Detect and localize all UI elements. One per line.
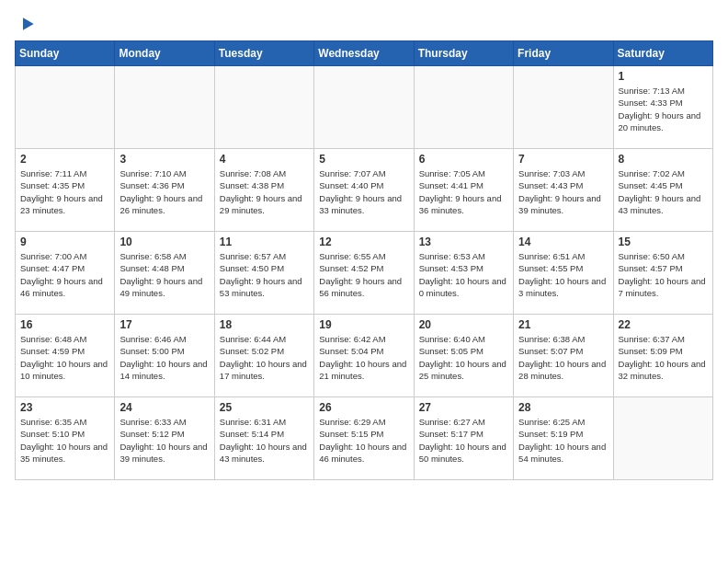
day-number: 21 — [518, 318, 608, 331]
calendar-cell: 17Sunrise: 6:46 AM Sunset: 5:00 PM Dayli… — [115, 315, 214, 397]
day-info: Sunrise: 6:25 AM Sunset: 5:19 PM Dayligh… — [518, 416, 608, 465]
day-number: 16 — [20, 318, 109, 331]
calendar-cell: 24Sunrise: 6:33 AM Sunset: 5:12 PM Dayli… — [115, 397, 214, 480]
calendar-cell: 19Sunrise: 6:42 AM Sunset: 5:04 PM Dayli… — [314, 315, 414, 397]
day-number: 1 — [619, 70, 708, 83]
day-info: Sunrise: 6:53 AM Sunset: 4:53 PM Dayligh… — [419, 250, 508, 299]
day-info: Sunrise: 6:35 AM Sunset: 5:10 PM Dayligh… — [20, 416, 109, 465]
day-info: Sunrise: 7:02 AM Sunset: 4:45 PM Dayligh… — [619, 167, 708, 216]
weekday-header-monday: Monday — [115, 41, 214, 66]
day-number: 15 — [619, 236, 708, 248]
weekday-header-friday: Friday — [514, 41, 613, 66]
week-row-4: 23Sunrise: 6:35 AM Sunset: 5:10 PM Dayli… — [16, 397, 713, 480]
calendar-cell: 27Sunrise: 6:27 AM Sunset: 5:17 PM Dayli… — [414, 397, 513, 480]
day-number: 8 — [619, 153, 708, 166]
day-info: Sunrise: 6:33 AM Sunset: 5:12 PM Dayligh… — [119, 416, 209, 465]
day-info: Sunrise: 6:31 AM Sunset: 5:14 PM Dayligh… — [220, 416, 309, 465]
calendar-cell: 6Sunrise: 7:05 AM Sunset: 4:41 PM Daylig… — [414, 149, 513, 232]
day-info: Sunrise: 6:55 AM Sunset: 4:52 PM Dayligh… — [319, 250, 408, 299]
day-info: Sunrise: 6:48 AM Sunset: 4:59 PM Dayligh… — [20, 333, 109, 382]
day-info: Sunrise: 6:42 AM Sunset: 5:04 PM Dayligh… — [319, 333, 408, 382]
calendar-header: SundayMondayTuesdayWednesdayThursdayFrid… — [16, 41, 713, 66]
day-number: 11 — [220, 236, 309, 248]
calendar-cell: 16Sunrise: 6:48 AM Sunset: 4:59 PM Dayli… — [16, 315, 115, 397]
day-number: 22 — [619, 318, 708, 331]
logo — [15, 15, 37, 33]
day-info: Sunrise: 6:37 AM Sunset: 5:09 PM Dayligh… — [619, 333, 708, 382]
calendar-cell: 26Sunrise: 6:29 AM Sunset: 5:15 PM Dayli… — [314, 397, 414, 480]
day-info: Sunrise: 7:03 AM Sunset: 4:43 PM Dayligh… — [518, 167, 608, 216]
day-number: 26 — [319, 401, 408, 414]
day-number: 6 — [419, 153, 508, 166]
day-info: Sunrise: 7:05 AM Sunset: 4:41 PM Dayligh… — [419, 167, 508, 216]
day-number: 23 — [20, 401, 109, 414]
calendar-cell: 21Sunrise: 6:38 AM Sunset: 5:07 PM Dayli… — [514, 315, 613, 397]
calendar-cell — [16, 66, 115, 149]
calendar-cell: 10Sunrise: 6:58 AM Sunset: 4:48 PM Dayli… — [115, 232, 214, 315]
calendar-cell: 22Sunrise: 6:37 AM Sunset: 5:09 PM Dayli… — [613, 315, 712, 397]
calendar-cell: 9Sunrise: 7:00 AM Sunset: 4:47 PM Daylig… — [16, 232, 115, 315]
calendar-cell — [314, 66, 414, 149]
day-info: Sunrise: 6:29 AM Sunset: 5:15 PM Dayligh… — [319, 416, 408, 465]
day-number: 12 — [319, 236, 408, 248]
calendar-cell — [514, 66, 613, 149]
day-number: 4 — [220, 153, 309, 166]
week-row-0: 1Sunrise: 7:13 AM Sunset: 4:33 PM Daylig… — [16, 66, 713, 149]
day-info: Sunrise: 6:50 AM Sunset: 4:57 PM Dayligh… — [619, 250, 708, 299]
calendar-cell: 4Sunrise: 7:08 AM Sunset: 4:38 PM Daylig… — [214, 149, 313, 232]
day-info: Sunrise: 7:13 AM Sunset: 4:33 PM Dayligh… — [619, 85, 708, 133]
day-number: 2 — [20, 153, 109, 166]
day-number: 27 — [419, 401, 508, 414]
day-number: 7 — [518, 153, 608, 166]
calendar-cell: 2Sunrise: 7:11 AM Sunset: 4:35 PM Daylig… — [16, 149, 115, 232]
calendar: SundayMondayTuesdayWednesdayThursdayFrid… — [15, 40, 713, 480]
calendar-cell: 1Sunrise: 7:13 AM Sunset: 4:33 PM Daylig… — [613, 66, 712, 149]
day-number: 28 — [518, 401, 608, 414]
day-number: 13 — [419, 236, 508, 248]
svg-marker-0 — [23, 17, 34, 29]
day-number: 25 — [220, 401, 309, 414]
weekday-header-tuesday: Tuesday — [214, 41, 313, 66]
week-row-1: 2Sunrise: 7:11 AM Sunset: 4:35 PM Daylig… — [16, 149, 713, 232]
calendar-cell — [214, 66, 313, 149]
calendar-cell: 25Sunrise: 6:31 AM Sunset: 5:14 PM Dayli… — [214, 397, 313, 480]
day-number: 9 — [20, 236, 109, 248]
weekday-header-sunday: Sunday — [16, 41, 115, 66]
day-info: Sunrise: 6:57 AM Sunset: 4:50 PM Dayligh… — [220, 250, 309, 299]
day-number: 19 — [319, 318, 408, 331]
day-info: Sunrise: 7:11 AM Sunset: 4:35 PM Dayligh… — [20, 167, 109, 216]
weekday-header-wednesday: Wednesday — [314, 41, 414, 66]
calendar-cell: 12Sunrise: 6:55 AM Sunset: 4:52 PM Dayli… — [314, 232, 414, 315]
calendar-cell: 7Sunrise: 7:03 AM Sunset: 4:43 PM Daylig… — [514, 149, 613, 232]
calendar-cell: 14Sunrise: 6:51 AM Sunset: 4:55 PM Dayli… — [514, 232, 613, 315]
calendar-cell — [414, 66, 513, 149]
weekday-header-thursday: Thursday — [414, 41, 513, 66]
calendar-cell: 5Sunrise: 7:07 AM Sunset: 4:40 PM Daylig… — [314, 149, 414, 232]
week-row-2: 9Sunrise: 7:00 AM Sunset: 4:47 PM Daylig… — [16, 232, 713, 315]
calendar-cell: 28Sunrise: 6:25 AM Sunset: 5:19 PM Dayli… — [514, 397, 613, 480]
logo-icon — [18, 15, 37, 33]
day-number: 5 — [319, 153, 408, 166]
day-number: 14 — [518, 236, 608, 248]
day-info: Sunrise: 6:58 AM Sunset: 4:48 PM Dayligh… — [119, 250, 209, 299]
calendar-cell: 13Sunrise: 6:53 AM Sunset: 4:53 PM Dayli… — [414, 232, 513, 315]
calendar-cell — [115, 66, 214, 149]
day-info: Sunrise: 6:40 AM Sunset: 5:05 PM Dayligh… — [419, 333, 508, 382]
day-info: Sunrise: 6:46 AM Sunset: 5:00 PM Dayligh… — [119, 333, 209, 382]
page-header — [15, 15, 713, 33]
day-info: Sunrise: 6:38 AM Sunset: 5:07 PM Dayligh… — [518, 333, 608, 382]
calendar-cell: 18Sunrise: 6:44 AM Sunset: 5:02 PM Dayli… — [214, 315, 313, 397]
day-number: 18 — [220, 318, 309, 331]
day-info: Sunrise: 6:51 AM Sunset: 4:55 PM Dayligh… — [518, 250, 608, 299]
day-info: Sunrise: 7:08 AM Sunset: 4:38 PM Dayligh… — [220, 167, 309, 216]
calendar-cell: 8Sunrise: 7:02 AM Sunset: 4:45 PM Daylig… — [613, 149, 712, 232]
calendar-cell — [613, 397, 712, 480]
day-info: Sunrise: 7:00 AM Sunset: 4:47 PM Dayligh… — [20, 250, 109, 299]
calendar-cell: 3Sunrise: 7:10 AM Sunset: 4:36 PM Daylig… — [115, 149, 214, 232]
day-number: 10 — [119, 236, 209, 248]
day-number: 20 — [419, 318, 508, 331]
calendar-cell: 11Sunrise: 6:57 AM Sunset: 4:50 PM Dayli… — [214, 232, 313, 315]
week-row-3: 16Sunrise: 6:48 AM Sunset: 4:59 PM Dayli… — [16, 315, 713, 397]
day-info: Sunrise: 6:27 AM Sunset: 5:17 PM Dayligh… — [419, 416, 508, 465]
day-info: Sunrise: 7:07 AM Sunset: 4:40 PM Dayligh… — [319, 167, 408, 216]
